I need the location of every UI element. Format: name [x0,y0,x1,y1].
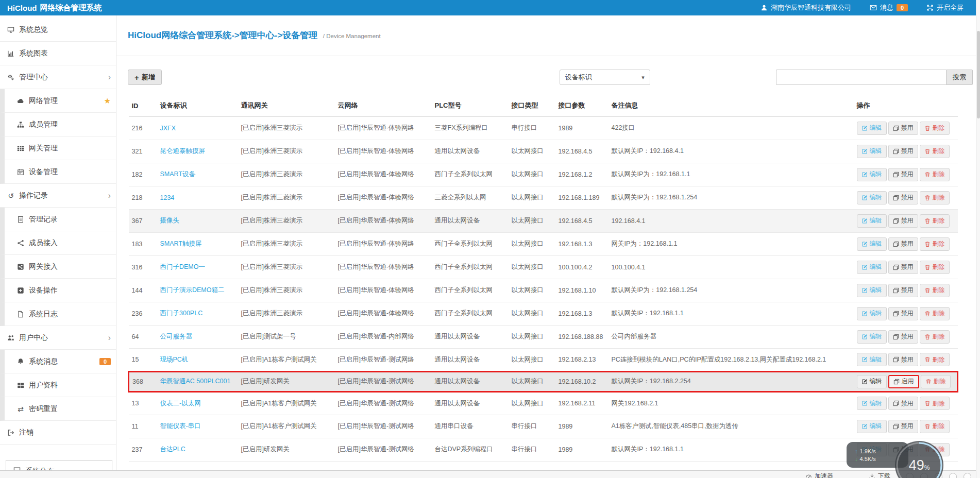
progress-circle-widget[interactable]: 49 % [895,441,943,478]
edit-button[interactable]: 编辑 [857,237,887,251]
edit-button[interactable]: 编辑 [857,214,887,228]
sidebar-item-system-charts[interactable]: 系统图表 [0,42,116,65]
disable-button[interactable]: 禁用 [888,145,918,158]
sidebar-item-management-center[interactable]: 管理中心› [0,65,116,89]
disable-button[interactable]: 禁用 [888,261,918,274]
device-link[interactable]: SMART设备 [160,170,196,178]
disable-button-label: 禁用 [901,240,914,248]
disable-button[interactable]: 禁用 [888,191,918,204]
page-scrollbar[interactable] [976,0,980,478]
enable-button[interactable]: 启用 [888,375,919,388]
delete-button[interactable]: 删除 [920,237,950,251]
sidebar-item-management-records[interactable]: 管理记录 [0,208,116,231]
edit-button[interactable]: 编辑 [857,397,887,410]
search-input[interactable] [776,70,946,85]
cell-plc: 台达DVP系列编程口 [432,438,509,461]
disable-button[interactable]: 禁用 [888,122,918,135]
edit-button[interactable]: 编辑 [857,168,887,181]
sidebar-item-password-reset[interactable]: ⇄密码重置 [0,397,116,421]
device-link[interactable]: 西门子DEMO一 [160,263,206,270]
sidebar-item-label: 系统图表 [19,49,48,58]
device-link[interactable]: 仪表二-以太网 [160,400,201,407]
delete-button[interactable]: 删除 [920,330,950,344]
delete-button[interactable]: 删除 [920,214,950,228]
bottombar-item-accelerator[interactable]: 加速器 [805,472,833,478]
edit-button[interactable]: 编辑 [857,191,887,204]
edit-button[interactable]: 编辑 [857,122,887,135]
disable-button[interactable]: 禁用 [888,284,918,297]
sidebar-item-system-overview[interactable]: 系统总览 [0,18,116,42]
sidebar-item-gateway-management[interactable]: 网关管理 [0,136,116,160]
add-device-button[interactable]: + 新增 [128,70,162,85]
sidebar-item-system-messages[interactable]: 系统消息0 [0,350,116,373]
device-row-216: 216JXFX[已启用]株洲三菱演示[已启用]华辰智通-体验网络三菱FX系列编程… [129,116,958,140]
bottombar-tool-icon-4[interactable] [964,473,971,478]
edit-button[interactable]: 编辑 [857,353,887,366]
edit-button[interactable]: 编辑 [857,284,887,297]
cell-cloud: [已启用]华辰智通-体验网络 [335,163,432,186]
bottombar-item-download[interactable]: 下载 [869,472,890,478]
cell-name: 华辰智通AC 500PLC001 [157,371,238,391]
edit-button[interactable]: 编辑 [857,145,887,158]
delete-button[interactable]: 删除 [920,122,950,135]
delete-button[interactable]: 删除 [920,261,950,274]
edit-button[interactable]: 编辑 [857,330,887,344]
device-link[interactable]: SMART触摸屏 [160,240,202,247]
disable-button[interactable]: 禁用 [888,397,918,410]
bottombar-tool-icon-3[interactable] [949,473,957,478]
disable-button[interactable]: 禁用 [888,420,918,433]
disable-button[interactable]: 禁用 [888,168,918,181]
company-account-button[interactable]: 湖南华辰智通科技有限公司 [761,3,851,12]
disable-button[interactable]: 禁用 [888,237,918,251]
sidebar-item-member-access[interactable]: 成员接入 [0,231,116,255]
edit-button[interactable]: 编辑 [857,420,887,433]
sidebar-item-user-profile[interactable]: 用户资料 [0,373,116,397]
sidebar-item-device-management[interactable]: 设备管理 [0,160,116,184]
device-link[interactable]: 昆仑通泰触摸屏 [160,147,206,155]
messages-button[interactable]: 消息 0 [870,3,908,12]
device-link[interactable]: 华辰智通AC 500PLC001 [160,378,231,385]
edit-button-label: 编辑 [870,332,882,341]
cell-gateway: [已启用]研发网关 [238,438,335,461]
delete-button[interactable]: 删除 [920,420,950,433]
delete-button[interactable]: 删除 [920,284,950,297]
sidebar-item-gateway-access[interactable]: 网关接入 [0,255,116,279]
device-link[interactable]: 现场PC机 [160,356,189,363]
search-button[interactable]: 搜索 [946,70,973,85]
sidebar-item-network-management[interactable]: 网络管理★ [0,89,116,113]
sidebar-item-operation-records[interactable]: ↺操作记录› [0,184,116,208]
delete-button[interactable]: 删除 [920,191,950,204]
delete-button[interactable]: 删除 [920,397,950,410]
cell-name: SMART设备 [157,163,238,186]
delete-button[interactable]: 删除 [920,353,950,366]
device-link[interactable]: JXFX [160,125,176,132]
disable-button[interactable]: 禁用 [888,353,918,366]
delete-button[interactable]: 删除 [920,145,950,158]
cell-plc: 通用以太网设备 [432,325,509,348]
device-link[interactable]: 公司服务器 [160,333,193,340]
delete-button[interactable]: 删除 [920,307,950,320]
device-link[interactable]: 西门子300PLC [160,310,203,317]
delete-button[interactable]: 删除 [920,168,950,181]
disable-button[interactable]: 禁用 [888,307,918,320]
filter-field-select[interactable]: 设备标识 ▾ [560,70,650,85]
edit-button[interactable]: 编辑 [857,375,887,388]
fullscreen-button[interactable]: 开启全屏 [926,3,964,12]
cell-id: 236 [129,302,157,325]
device-link[interactable]: 台达PLC [160,446,185,453]
disable-button[interactable]: 禁用 [888,214,918,228]
sidebar-item-logout[interactable]: 注销 [0,421,116,445]
sidebar-item-user-center[interactable]: 用户中心› [0,326,116,350]
edit-button[interactable]: 编辑 [857,261,887,274]
edit-button[interactable]: 编辑 [857,307,887,320]
sidebar-item-device-operation[interactable]: 设备操作 [0,279,116,302]
device-link[interactable]: 摄像头 [160,217,180,224]
sidebar-item-system-logs[interactable]: 系统日志 [0,302,116,326]
device-link[interactable]: 智能仪表-串口 [160,422,201,430]
scrollbar-thumb[interactable] [977,31,980,118]
device-link[interactable]: 1234 [160,194,175,201]
device-link[interactable]: 西门子演示DEMO箱二 [160,286,225,294]
sidebar-item-member-management[interactable]: 成员管理 [0,113,116,136]
disable-button[interactable]: 禁用 [888,330,918,344]
delete-button[interactable]: 删除 [921,375,951,388]
